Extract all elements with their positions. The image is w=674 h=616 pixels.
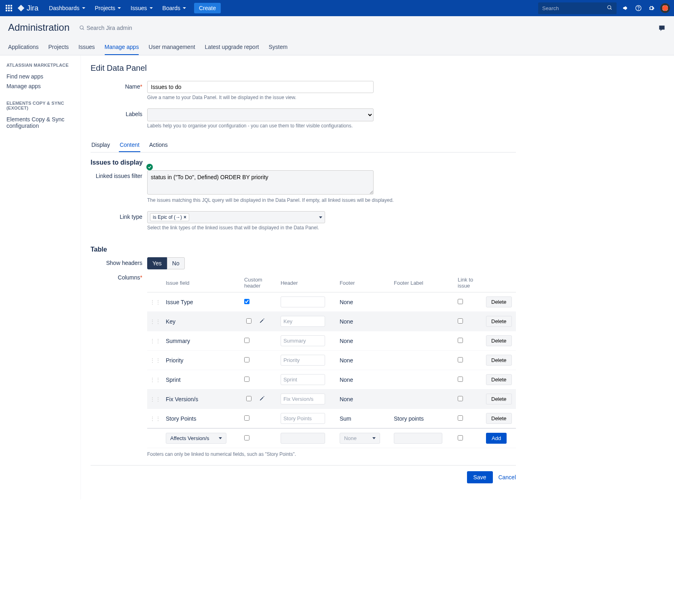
drag-handle-icon[interactable]: ⋮⋮ [150,318,161,325]
admin-search[interactable]: Search Jira admin [79,25,132,31]
sidebar-exocet-config[interactable]: Elements Copy & Sync configuration [6,114,74,131]
tab-system[interactable]: System [268,44,287,55]
new-footer-select[interactable]: None [340,433,380,444]
linktype-select[interactable]: is Epic of (→) × [147,211,325,223]
page-title: Edit Data Panel [91,64,516,73]
link-checkbox[interactable] [458,318,463,324]
table-row: ⋮⋮ Sprint None Delete [147,370,516,389]
sidebar: ATLASSIAN MARKETPLACE Find new apps Mana… [0,55,81,500]
header-input[interactable] [281,316,325,327]
drag-handle-icon[interactable]: ⋮⋮ [150,338,161,344]
delete-button[interactable]: Delete [486,355,512,366]
svg-line-5 [83,29,84,30]
link-checkbox[interactable] [458,396,463,401]
new-flabel-input[interactable] [394,433,442,444]
create-button[interactable]: Create [194,3,221,13]
th-header: Header [278,273,337,292]
header-input[interactable] [281,296,325,307]
custom-header-checkbox[interactable] [244,338,249,343]
topbar: Jira Dashboards Projects Issues Boards C… [0,0,674,16]
tab-user-management[interactable]: User management [148,44,195,55]
sidebar-manage-apps[interactable]: Manage apps [6,81,74,91]
nav-projects[interactable]: Projects [91,2,125,14]
chevron-down-icon [150,7,153,9]
announce-icon[interactable] [621,4,630,12]
feedback-icon[interactable] [658,24,666,34]
drag-handle-icon[interactable]: ⋮⋮ [150,396,161,402]
drag-handle-icon[interactable]: ⋮⋮ [150,377,161,383]
drag-handle-icon[interactable]: ⋮⋮ [150,299,161,305]
tab-projects[interactable]: Projects [49,44,69,55]
header-input[interactable] [281,355,325,366]
table-row: ⋮⋮ Fix Version/s None Delete [147,389,516,409]
save-button[interactable]: Save [467,471,493,483]
help-icon[interactable] [634,4,642,12]
drag-handle-icon[interactable]: ⋮⋮ [150,357,161,364]
delete-button[interactable]: Delete [486,413,512,424]
subtab-actions[interactable]: Actions [148,139,169,152]
linktype-chip[interactable]: is Epic of (→) × [150,213,189,221]
add-button[interactable]: Add [486,433,507,444]
close-icon[interactable]: × [184,214,186,220]
delete-button[interactable]: Delete [486,394,512,404]
tab-applications[interactable]: Applications [8,44,39,55]
pencil-icon[interactable] [259,396,265,402]
name-input[interactable] [147,81,374,93]
delete-button[interactable]: Delete [486,296,512,307]
custom-header-checkbox[interactable] [244,299,249,304]
link-checkbox[interactable] [458,338,463,343]
custom-header-checkbox[interactable] [244,415,249,421]
labels-select[interactable] [147,108,374,121]
subtab-display[interactable]: Display [91,139,111,152]
delete-button[interactable]: Delete [486,316,512,327]
header-input[interactable] [281,335,325,346]
tab-upgrade-report[interactable]: Latest upgrade report [205,44,259,55]
link-checkbox[interactable] [458,357,463,362]
admin-header: Administration Search Jira admin Applica… [0,16,674,55]
search-input[interactable] [538,3,603,14]
header-input[interactable] [281,413,325,424]
link-checkbox[interactable] [458,377,463,382]
columns-label: Columns* [91,272,147,281]
field-name: Issue Type [163,292,242,312]
custom-header-checkbox[interactable] [244,357,249,362]
new-link-checkbox[interactable] [458,435,463,440]
sidebar-find-apps[interactable]: Find new apps [6,72,74,81]
gear-icon[interactable] [647,4,655,12]
custom-header-checkbox[interactable] [244,377,249,382]
subtab-content[interactable]: Content [119,139,140,152]
delete-button[interactable]: Delete [486,374,512,385]
nav-dashboards[interactable]: Dashboards [45,2,89,14]
header-input[interactable] [281,374,325,385]
delete-button[interactable]: Delete [486,335,512,346]
new-custom-checkbox[interactable] [244,435,249,440]
nav-issues[interactable]: Issues [127,2,156,14]
user-avatar[interactable] [660,3,670,13]
tab-issues[interactable]: Issues [78,44,95,55]
field-name: Key [163,312,242,331]
link-checkbox[interactable] [458,415,463,421]
jql-input[interactable]: status in ("To Do", Defined) ORDER BY pr… [147,170,374,195]
custom-header-checkbox[interactable] [246,318,251,324]
search-button[interactable] [603,2,617,14]
svg-point-3 [638,10,639,10]
custom-header-checkbox[interactable] [246,396,251,401]
name-help: Give a name to your Data Panel. It will … [147,95,516,100]
toggle-no[interactable]: No [167,257,185,269]
apps-switcher-icon[interactable] [4,3,14,13]
drag-handle-icon[interactable]: ⋮⋮ [150,415,161,422]
th-link: Link to issue [455,273,484,292]
new-header-input[interactable] [281,433,325,444]
table-row: ⋮⋮ Summary None Delete [147,331,516,351]
cancel-link[interactable]: Cancel [498,474,516,481]
tab-manage-apps[interactable]: Manage apps [105,44,139,55]
pencil-icon[interactable] [259,318,265,325]
toggle-yes[interactable]: Yes [147,257,167,269]
new-field-select[interactable]: Affects Version/s [166,433,226,444]
link-checkbox[interactable] [458,299,463,304]
jira-logo[interactable]: Jira [17,4,38,13]
table-row: ⋮⋮ Issue Type None Delete [147,292,516,312]
labels-help: Labels help you to organise your configu… [147,123,516,129]
header-input[interactable] [281,394,325,404]
nav-boards[interactable]: Boards [158,2,190,14]
